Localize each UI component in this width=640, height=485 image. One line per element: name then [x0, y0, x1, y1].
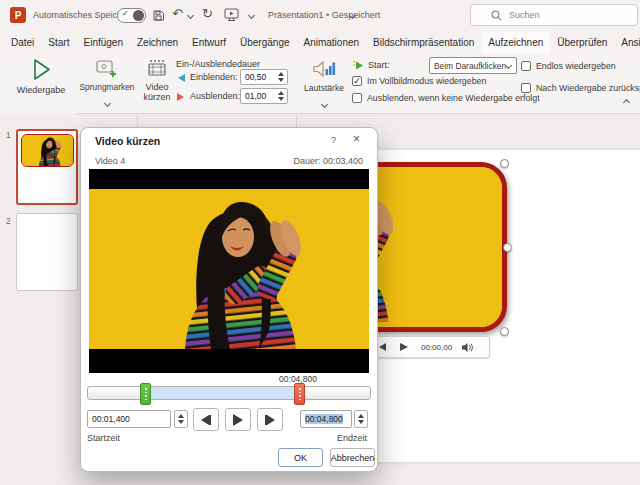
start-presentation-icon[interactable]	[224, 8, 239, 22]
redo-icon[interactable]: ↻	[202, 6, 213, 21]
tab-start[interactable]: Start	[41, 31, 76, 54]
tab-aufzeichnen[interactable]: Aufzeichnen	[481, 31, 550, 54]
check-icon: ✓	[122, 9, 129, 18]
play-preview-label: Wiedergabe	[12, 85, 70, 95]
media-time: 00:00,00	[421, 343, 452, 352]
dialog-video-frame	[89, 189, 369, 349]
next-frame-icon	[267, 415, 275, 425]
unchecked-checkbox-icon	[521, 83, 531, 93]
trim-video-button[interactable]: Videokürzen	[140, 57, 174, 105]
collapse-ribbon-icon[interactable]	[623, 99, 630, 106]
start-label: Start:	[368, 60, 390, 70]
volume-chevron-icon	[320, 101, 327, 108]
slide-1-thumbnail[interactable]	[16, 129, 78, 205]
fade-out-down-icon[interactable]	[278, 97, 284, 101]
checked-checkbox-icon: ✓	[352, 76, 362, 86]
next-frame-button[interactable]	[257, 408, 283, 431]
search-placeholder: Suchen	[509, 10, 540, 20]
trim-video-label: Videokürzen	[140, 82, 174, 102]
slide-2-thumbnail[interactable]	[16, 213, 78, 291]
bookmark-add-icon	[96, 60, 118, 78]
previous-frame-bar-icon	[209, 415, 212, 425]
dialog-video-name: Video 4	[95, 156, 125, 166]
dialog-title: Video kürzen	[95, 135, 160, 147]
end-time-label: Endzeit	[337, 433, 367, 443]
toggle-knob	[133, 10, 144, 21]
start-dropdown[interactable]: Beim Daraufklicken	[429, 57, 517, 74]
slides-panel: 1 2	[0, 113, 78, 485]
undo-icon[interactable]: ↶	[172, 6, 183, 21]
resize-handle-top-right[interactable]	[500, 159, 509, 168]
fade-in-down-icon[interactable]	[278, 78, 284, 82]
start-time-spinner[interactable]	[174, 410, 188, 428]
start-time-input[interactable]: 00:01,400	[87, 410, 171, 428]
undo-dropdown-chevron-icon[interactable]	[187, 12, 194, 19]
tab-ansicht[interactable]: Ansicht	[614, 31, 640, 54]
unchecked-checkbox-icon	[352, 93, 362, 103]
menu-bar: Datei Start Einfügen Zeichnen Entwurf Üb…	[0, 30, 640, 55]
cancel-button[interactable]: Abbrechen	[330, 448, 375, 467]
dialog-video-preview	[89, 169, 369, 373]
media-back-icon[interactable]	[379, 343, 386, 351]
start-option-icon	[352, 59, 364, 71]
dialog-close-icon[interactable]: ×	[353, 132, 360, 146]
trim-timeline[interactable]	[87, 386, 371, 400]
tab-bildschirmpraesentation[interactable]: Bildschirmpräsentation	[366, 31, 481, 54]
bookmarks-button[interactable]: Sprungmarken	[79, 57, 135, 103]
fade-in-label: Einblenden:	[190, 72, 238, 82]
tab-uebergaenge[interactable]: Übergänge	[233, 31, 296, 54]
slide-2-number: 2	[6, 216, 11, 226]
slide-1-video-thumb	[21, 134, 74, 167]
tab-entwurf[interactable]: Entwurf	[185, 31, 233, 54]
title-bar: P Automatisches Speichern ✓ ↶ ↻ Präsenta…	[0, 0, 640, 30]
slide-1-number: 1	[6, 130, 11, 140]
save-icon[interactable]	[152, 9, 165, 22]
play-icon	[30, 58, 52, 81]
fade-section-title: Ein-/Ausblendedauer	[176, 59, 260, 69]
dialog-help-icon[interactable]: ?	[331, 135, 336, 145]
ribbon-options-chevron-icon[interactable]	[248, 12, 255, 19]
play-triangle-icon	[233, 414, 243, 426]
loop-checkbox[interactable]: Endlos wiedergeben	[521, 61, 616, 71]
autosave-toggle[interactable]: ✓	[117, 8, 146, 23]
search-icon	[491, 10, 502, 21]
trim-video-dialog: Video kürzen ? × Video 4 Dauer: 00:03,40…	[80, 127, 378, 472]
powerpoint-window: P Automatisches Speichern ✓ ↶ ↻ Präsenta…	[0, 0, 640, 485]
ok-button[interactable]: OK	[278, 448, 323, 467]
bookmarks-chevron-icon	[103, 100, 110, 107]
volume-button[interactable]: Lautstärke	[300, 57, 348, 103]
document-title[interactable]: Präsentation1 • Gespeichert	[268, 10, 380, 20]
tab-einfuegen[interactable]: Einfügen	[76, 31, 129, 54]
fade-in-up-icon[interactable]	[278, 72, 284, 76]
tab-ueberpruefen[interactable]: Überprüfen	[550, 31, 614, 54]
search-input[interactable]: Suchen	[470, 4, 638, 26]
previous-frame-icon	[201, 415, 209, 425]
unchecked-checkbox-icon	[521, 61, 531, 71]
end-time-spinner[interactable]	[354, 410, 368, 428]
media-volume-icon[interactable]	[461, 342, 474, 353]
play-preview-button[interactable]: Wiedergabe	[12, 57, 70, 99]
fade-out-label: Ausblenden:	[190, 91, 240, 101]
volume-label: Lautstärke	[300, 83, 348, 93]
fade-out-up-icon[interactable]	[278, 91, 284, 95]
fullscreen-checkbox[interactable]: ✓ Im Vollbildmodus wiedergeben	[352, 76, 486, 86]
tab-datei[interactable]: Datei	[4, 31, 41, 54]
fade-out-input[interactable]: 01,00	[240, 88, 288, 104]
play-button[interactable]	[225, 408, 251, 431]
trim-start-marker[interactable]	[140, 383, 151, 405]
end-time-input[interactable]: 00:04,800	[300, 410, 352, 428]
hide-when-idle-checkbox[interactable]: Ausblenden, wenn keine Wiedergabe erfolg…	[352, 93, 540, 103]
previous-frame-button[interactable]	[193, 408, 219, 431]
tab-zeichnen[interactable]: Zeichnen	[130, 31, 185, 54]
rewind-checkbox[interactable]: Nach Wiedergabe zurückspulen	[521, 83, 640, 93]
media-play-icon[interactable]	[400, 343, 408, 351]
bookmarks-label: Sprungmarken	[79, 82, 135, 92]
tab-animationen[interactable]: Animationen	[297, 31, 367, 54]
trim-end-marker[interactable]	[294, 383, 305, 405]
resize-handle-bottom-right[interactable]	[500, 327, 509, 336]
powerpoint-logo-icon: P	[10, 7, 26, 23]
resize-handle-right[interactable]	[503, 243, 512, 252]
trim-selected-range[interactable]	[148, 387, 301, 399]
fade-in-input[interactable]: 00,50	[240, 69, 288, 85]
start-time-label: Startzeit	[87, 433, 120, 443]
